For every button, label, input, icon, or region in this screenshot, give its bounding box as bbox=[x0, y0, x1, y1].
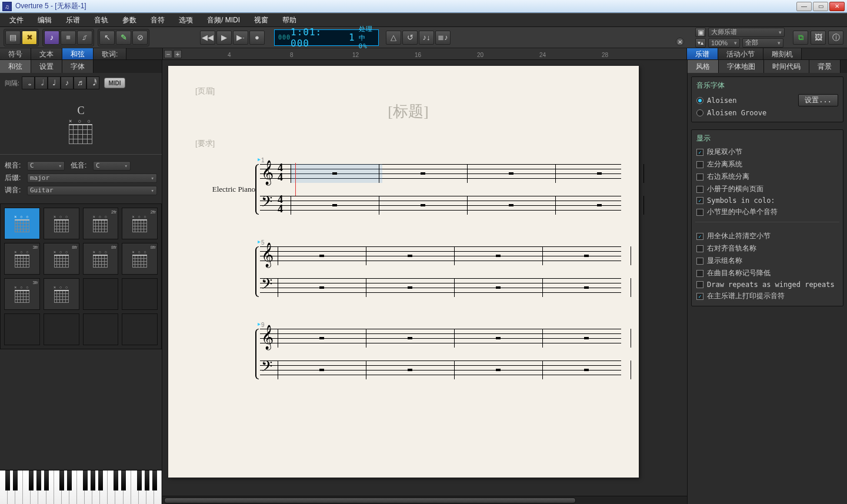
right-tab[interactable]: 乐谱 bbox=[687, 48, 718, 59]
time-counter[interactable]: 000 1:01: 000 1 处理中0% bbox=[274, 29, 379, 46]
checkbox-icon[interactable] bbox=[696, 173, 703, 181]
display-option-row[interactable]: 右对齐音轨名称 bbox=[696, 242, 838, 255]
staff-view-button[interactable]: ≣♪ bbox=[435, 31, 451, 45]
chord-card[interactable]: × ○ ○ bbox=[44, 208, 79, 239]
checkbox-icon[interactable] bbox=[696, 281, 703, 288]
score-preset-select[interactable]: 大师乐谱 bbox=[708, 28, 785, 37]
whole-note-button[interactable]: 𝅝 bbox=[22, 76, 35, 89]
checkbox-icon[interactable] bbox=[696, 197, 703, 204]
zoom-out-button[interactable]: − bbox=[164, 50, 172, 58]
chord-card[interactable]: × ○ ○ bbox=[4, 208, 40, 239]
treble-staff[interactable] bbox=[260, 246, 621, 265]
chord-card[interactable]: × ○ ○2fr bbox=[122, 208, 158, 239]
display-option-row[interactable]: Draw repeats as winged repeats bbox=[696, 279, 838, 290]
note-entry-button[interactable]: ♪↓ bbox=[419, 31, 434, 45]
staff-system[interactable]: 9▸ bbox=[195, 329, 621, 379]
display-option-row[interactable]: 右边系统分离 bbox=[696, 171, 838, 183]
display-option-row[interactable]: 在曲目名称记号降低 bbox=[696, 267, 838, 279]
panel-button[interactable]: ▤ bbox=[5, 31, 21, 45]
menu-item[interactable]: 文件 bbox=[4, 14, 29, 26]
chord-card[interactable]: × ○ ○2fr bbox=[83, 208, 119, 239]
eighth-note-button[interactable]: ♪ bbox=[61, 76, 74, 89]
maximize-button[interactable]: ▭ bbox=[813, 2, 828, 11]
left-subtab[interactable]: 和弦 bbox=[0, 60, 31, 73]
erase-button[interactable]: ⊘ bbox=[132, 31, 148, 45]
tools-button[interactable]: ✖ bbox=[22, 31, 37, 45]
page-title-placeholder[interactable]: [标题] bbox=[195, 101, 621, 122]
chord-card[interactable]: × ○ ○8fr bbox=[83, 243, 119, 275]
horizontal-scrollbar[interactable] bbox=[162, 496, 687, 504]
display-option-row[interactable]: 用全休止符清空小节 bbox=[696, 230, 838, 242]
right-tab[interactable]: 活动小节 bbox=[718, 48, 763, 59]
rewind-button[interactable]: ◀◀ bbox=[200, 31, 215, 45]
font-settings-button[interactable]: 设置... bbox=[798, 94, 838, 106]
pointer-button[interactable]: ↖ bbox=[99, 31, 115, 45]
scrollbar-thumb[interactable] bbox=[164, 498, 576, 503]
sixteenth-note-button[interactable]: ♬ bbox=[74, 76, 86, 89]
close-score-button[interactable]: ✕ bbox=[676, 38, 684, 46]
radio-icon[interactable] bbox=[696, 109, 703, 116]
checkbox-icon[interactable] bbox=[696, 209, 703, 216]
minimize-button[interactable]: — bbox=[796, 2, 812, 11]
metronome-button[interactable]: △ bbox=[386, 31, 401, 45]
display-option-row[interactable]: Symbols in colo: bbox=[696, 195, 838, 206]
left-subtab[interactable]: 字体 bbox=[62, 60, 94, 73]
bass-staff[interactable] bbox=[260, 361, 621, 379]
chord-card[interactable]: × ○ ○3fr bbox=[4, 278, 40, 310]
page-header-placeholder[interactable]: [页眉] bbox=[195, 86, 621, 96]
zoom-select[interactable]: 100% bbox=[708, 38, 740, 48]
menu-item[interactable]: 音轨 bbox=[88, 14, 114, 26]
loop-button[interactable]: ↺ bbox=[402, 31, 418, 45]
left-tab[interactable]: 歌词: bbox=[94, 48, 126, 59]
menu-item[interactable]: 音频/ MIDI bbox=[201, 14, 246, 26]
suffix-select[interactable]: major bbox=[27, 173, 157, 183]
chord-card[interactable]: × ○ ○3fr bbox=[4, 243, 40, 275]
chord-card[interactable]: × ○ ○ bbox=[44, 278, 79, 310]
half-note-button[interactable]: 𝅗𝅥 bbox=[35, 76, 48, 89]
thirtysecond-note-button[interactable]: 𝅘𝅥𝅰 bbox=[86, 76, 99, 89]
bass-staff[interactable] bbox=[260, 278, 621, 297]
treble-staff[interactable]: 44 bbox=[260, 164, 621, 183]
radio-icon[interactable] bbox=[696, 97, 703, 104]
right-subtab[interactable]: 字体地图 bbox=[719, 60, 764, 73]
piano-keyboard[interactable] bbox=[0, 470, 162, 504]
display-option-row[interactable]: 小节里的中心单个音符 bbox=[696, 206, 838, 218]
pencil-button[interactable]: ✎ bbox=[116, 31, 131, 45]
left-tab[interactable]: 符号 bbox=[0, 48, 31, 59]
page-request-placeholder[interactable]: [要求] bbox=[195, 138, 621, 149]
duplicate-button[interactable]: ⧉ bbox=[793, 31, 808, 45]
chord-card[interactable]: × ○ ○8fr bbox=[44, 243, 79, 275]
right-tab[interactable]: 雕刻机 bbox=[763, 48, 802, 59]
record-button[interactable]: ● bbox=[249, 31, 265, 45]
menu-item[interactable]: 音符 bbox=[145, 14, 171, 26]
left-tab[interactable]: 文本 bbox=[31, 48, 62, 59]
checkbox-icon[interactable] bbox=[696, 270, 703, 277]
right-subtab[interactable]: 背景 bbox=[809, 60, 841, 73]
quarter-note-button[interactable]: ♩ bbox=[48, 76, 61, 89]
play-sel-button[interactable]: ▶· bbox=[233, 31, 248, 45]
menu-item[interactable]: 视窗 bbox=[248, 14, 274, 26]
menu-item[interactable]: 帮助 bbox=[276, 14, 302, 26]
checkbox-icon[interactable] bbox=[696, 149, 703, 156]
right-subtab[interactable]: 时间代码 bbox=[764, 60, 809, 73]
play-button[interactable]: ▶ bbox=[216, 31, 232, 45]
display-option-row[interactable]: 左分离系统 bbox=[696, 158, 838, 171]
left-subtab[interactable]: 设置 bbox=[31, 60, 62, 73]
mixer-button[interactable]: ⎎ bbox=[77, 31, 92, 45]
step-down-button[interactable]: ▾▴ bbox=[695, 38, 706, 48]
tuning-select[interactable]: Guitar bbox=[27, 186, 157, 195]
info-button[interactable]: ⓘ bbox=[828, 31, 843, 45]
chord-card[interactable]: × ○ ○8fr bbox=[122, 243, 158, 275]
menu-item[interactable]: 乐谱 bbox=[60, 14, 86, 26]
step-up-button[interactable]: ▣ bbox=[695, 28, 706, 37]
staff-system[interactable]: 5▸ bbox=[195, 246, 621, 297]
midi-badge[interactable]: MIDI bbox=[104, 78, 125, 88]
zoom-in-button[interactable]: + bbox=[174, 50, 182, 58]
score-page[interactable]: [页眉] [标题] [要求] Electric Piano1▸44445▸9▸ bbox=[168, 66, 639, 478]
checkbox-icon[interactable] bbox=[696, 186, 703, 193]
checkbox-icon[interactable] bbox=[696, 161, 703, 168]
note-button[interactable]: ♪ bbox=[44, 31, 59, 45]
checkbox-icon[interactable] bbox=[696, 245, 703, 252]
display-option-row[interactable]: 在主乐谱上打印提示音符 bbox=[696, 290, 838, 302]
staff-system[interactable]: Electric Piano1▸4444 bbox=[195, 164, 621, 215]
